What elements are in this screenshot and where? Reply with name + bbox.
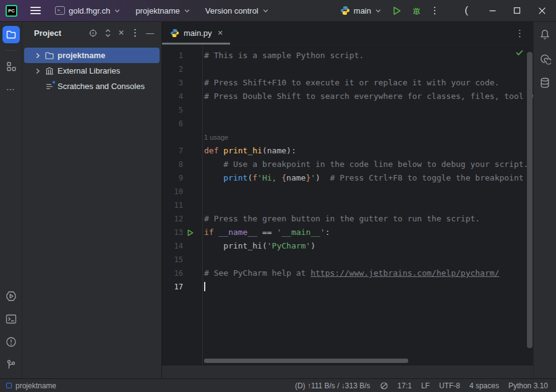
editor-bottom-strip: [162, 365, 533, 378]
code-line-text[interactable]: # Press Double Shift to search everywher…: [202, 90, 533, 103]
line-number[interactable]: 4: [162, 90, 183, 103]
run-button[interactable]: [389, 3, 404, 18]
expand-all-button[interactable]: [104, 28, 112, 38]
interpreter-widget[interactable]: Python 3.10: [508, 381, 548, 390]
locate-file-button[interactable]: [88, 28, 98, 38]
code-line[interactable]: 13if __name__ == '__main__':: [162, 226, 533, 239]
chevron-down-icon: [114, 7, 121, 14]
problems-tool-button[interactable]: [2, 333, 20, 351]
inspections-ok-check-icon[interactable]: [515, 48, 524, 57]
chevron-right-icon[interactable]: [34, 52, 41, 59]
code-line[interactable]: 3# Press Shift+F10 to execute it or repl…: [162, 76, 533, 90]
code-line-text[interactable]: # See PyCharm help at https://www.jetbra…: [202, 266, 499, 280]
line-number[interactable]: 9: [162, 171, 183, 185]
tree-item-external-libraries[interactable]: External Libraries: [24, 63, 160, 79]
code-editor[interactable]: 1# This is a sample Python script.23# Pr…: [162, 45, 533, 365]
debug-button[interactable]: [409, 3, 424, 18]
tree-item-scratches[interactable]: Scratches and Consoles: [24, 79, 160, 94]
git-tool-button[interactable]: [2, 356, 20, 373]
line-number[interactable]: 5: [162, 103, 183, 117]
more-actions-button[interactable]: ⋮: [427, 3, 442, 18]
run-line-gutter-icon[interactable]: [183, 226, 202, 239]
code-line[interactable]: 2: [162, 62, 533, 76]
ai-assistant-button[interactable]: [539, 53, 551, 65]
line-number[interactable]: 14: [162, 239, 183, 253]
encoding-widget[interactable]: UTF-8: [439, 381, 460, 390]
version-control-menu[interactable]: Version control: [203, 4, 272, 18]
line-number[interactable]: 10: [162, 185, 183, 198]
code-line[interactable]: 10: [162, 185, 533, 198]
code-line-text[interactable]: def print_hi(name):: [202, 144, 296, 158]
code-line[interactable]: 11: [162, 198, 533, 212]
code-line[interactable]: 9 print(f'Hi, {name}') # Press Ctrl+F8 t…: [162, 171, 533, 185]
horizontal-scrollbar[interactable]: [204, 359, 408, 363]
close-button[interactable]: [534, 2, 550, 19]
caret-position-widget[interactable]: 17:1: [398, 381, 412, 390]
code-line[interactable]: 15: [162, 253, 533, 266]
remote-host-menu[interactable]: >_ gold.fhgr.ch: [53, 4, 123, 18]
line-number[interactable]: 17: [162, 280, 183, 294]
code-line-text[interactable]: # This is a sample Python script.: [202, 49, 364, 62]
close-tab-icon[interactable]: ✕: [218, 29, 223, 37]
indent-widget[interactable]: 4 spaces: [469, 381, 499, 390]
code-line[interactable]: 1# This is a sample Python script.: [162, 49, 533, 62]
line-number[interactable]: 6: [162, 117, 183, 130]
code-line[interactable]: 14 print_hi('PyCharm'): [162, 239, 533, 253]
line-number[interactable]: 13: [162, 226, 183, 239]
code-line[interactable]: 17: [162, 280, 533, 294]
code-line[interactable]: 5: [162, 103, 533, 117]
code-line-text[interactable]: print_hi('PyCharm'): [202, 239, 315, 253]
code-lines: 1# This is a sample Python script.23# Pr…: [162, 49, 533, 294]
chevron-right-icon[interactable]: [34, 67, 41, 75]
highlighting-off-icon[interactable]: [380, 381, 388, 390]
code-line-text[interactable]: # Use a breakpoint in the code line belo…: [202, 158, 528, 171]
line-number[interactable]: 1: [162, 49, 183, 62]
line-number[interactable]: 12: [162, 212, 183, 226]
editor-options-button[interactable]: ⋮: [515, 28, 524, 39]
line-number[interactable]: 16: [162, 266, 183, 280]
collapse-all-button[interactable]: ✕: [118, 28, 124, 37]
code-line[interactable]: 6: [162, 117, 533, 130]
tab-main-py[interactable]: main.py ✕: [162, 22, 230, 45]
code-line[interactable]: 7def print_hi(name):: [162, 144, 533, 158]
network-stats-widget[interactable]: (D) ↑111 B/s / ↓313 B/s: [295, 381, 370, 390]
gutter-slot: [183, 158, 202, 171]
project-menu[interactable]: projektname: [133, 4, 193, 18]
minimize-button[interactable]: [484, 2, 500, 19]
run-configuration-selector[interactable]: main: [338, 3, 384, 18]
code-line[interactable]: 4# Press Double Shift to search everywhe…: [162, 90, 533, 103]
line-number[interactable]: 3: [162, 76, 183, 90]
status-project-widget[interactable]: projektname: [6, 381, 56, 390]
code-line-text[interactable]: print(f'Hi, {name}') # Press Ctrl+F8 to …: [202, 171, 524, 185]
line-number[interactable]: 15: [162, 253, 183, 266]
database-button[interactable]: [539, 77, 551, 89]
gutter-slot: [183, 239, 202, 253]
usage-inlay-row[interactable]: 1 usage: [162, 130, 533, 144]
line-separator-widget[interactable]: LF: [421, 381, 430, 390]
line-number[interactable]: 11: [162, 198, 183, 212]
hide-panel-button[interactable]: —: [146, 28, 154, 38]
project-tool-button[interactable]: [2, 26, 20, 43]
line-number[interactable]: 7: [162, 144, 183, 158]
code-line[interactable]: 8 # Use a breakpoint in the code line be…: [162, 158, 533, 171]
main-menu-button[interactable]: [28, 4, 43, 17]
vertical-scrollbar[interactable]: [527, 52, 532, 348]
code-line[interactable]: 16# See PyCharm help at https://www.jetb…: [162, 266, 533, 280]
usage-inlay-hint[interactable]: 1 usage: [162, 130, 228, 144]
code-line[interactable]: 12# Press the green button in the gutter…: [162, 212, 533, 226]
services-tool-button[interactable]: [2, 288, 20, 305]
line-number[interactable]: 8: [162, 158, 183, 171]
tree-item-projektname[interactable]: projektname: [24, 48, 160, 63]
line-number[interactable]: 2: [162, 62, 183, 76]
maximize-button[interactable]: [509, 2, 525, 19]
code-line-text[interactable]: # Press the green button in the gutter t…: [202, 212, 480, 226]
left-tool-stripe: ⋯: [0, 22, 22, 378]
panel-options-button[interactable]: ⋮: [130, 27, 140, 38]
terminal-tool-button[interactable]: [2, 310, 20, 328]
more-tool-windows-button[interactable]: ⋯: [2, 80, 20, 98]
code-line-text[interactable]: # Press Shift+F10 to execute it or repla…: [202, 76, 499, 90]
code-line-text[interactable]: if __name__ == '__main__':: [202, 226, 330, 239]
theme-crescent-button[interactable]: (: [458, 2, 474, 19]
structure-tool-button[interactable]: [2, 58, 20, 75]
notifications-bell-button[interactable]: [539, 28, 551, 41]
